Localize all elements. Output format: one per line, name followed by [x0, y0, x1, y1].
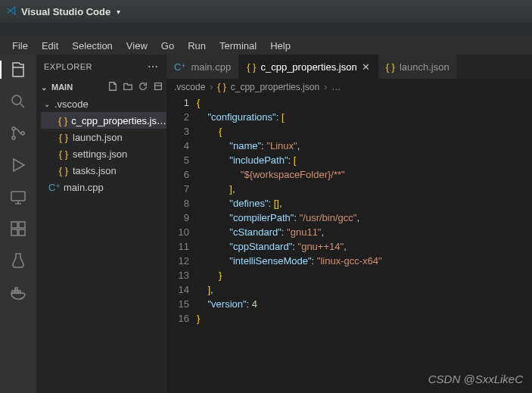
line-number: 1: [166, 95, 189, 110]
json-file-icon: { }: [58, 148, 70, 160]
new-folder-icon[interactable]: [123, 81, 133, 93]
tree-file-label: settings.json: [73, 148, 127, 160]
svg-rect-5: [11, 222, 17, 228]
chevron-right-icon: ›: [210, 82, 213, 92]
titlebar: Visual Studio Code ▾: [0, 0, 532, 23]
cpp-file-icon: C⁺: [174, 61, 186, 73]
menu-go[interactable]: Go: [155, 39, 180, 53]
run-debug-icon[interactable]: [9, 156, 27, 174]
code-line[interactable]: ],: [197, 282, 532, 297]
breadcrumb-part[interactable]: c_cpp_properties.json: [231, 82, 319, 92]
titlebar-spacer: [0, 23, 532, 36]
svg-rect-6: [19, 222, 25, 228]
tree-folder-label: .vscode: [54, 98, 89, 110]
code-line[interactable]: "defines": [],: [197, 196, 532, 211]
code-line[interactable]: {: [197, 124, 532, 139]
docker-icon[interactable]: [9, 283, 27, 301]
sidebar-section-label: MAIN: [51, 83, 73, 92]
line-number: 3: [166, 124, 189, 139]
breadcrumb[interactable]: .vscode›{ }c_cpp_properties.json›…: [166, 79, 532, 95]
menu-file[interactable]: File: [6, 39, 34, 53]
code-line[interactable]: "configurations": [: [197, 110, 532, 124]
tab-label: launch.json: [400, 61, 450, 73]
tab-label: c_cpp_properties.json: [260, 61, 356, 73]
code-line[interactable]: "cppStandard": "gnu++14",: [197, 239, 532, 254]
search-icon[interactable]: [9, 92, 27, 111]
svg-rect-12: [15, 288, 17, 290]
tab[interactable]: { }c_cpp_properties.json✕: [239, 55, 378, 79]
menu-run[interactable]: Run: [182, 39, 212, 53]
breadcrumb-part[interactable]: .vscode: [174, 82, 205, 92]
breadcrumb-more[interactable]: …: [331, 82, 341, 92]
chevron-down-icon[interactable]: ▾: [117, 8, 120, 16]
tree-file-label: tasks.json: [73, 165, 117, 176]
menu-help[interactable]: Help: [264, 39, 297, 53]
json-file-icon: { }: [58, 165, 70, 176]
extensions-icon[interactable]: [9, 220, 27, 238]
vscode-logo-icon: [6, 5, 17, 18]
activity-bar: [0, 55, 36, 393]
code-line[interactable]: ],: [197, 182, 532, 196]
tree-file[interactable]: { }launch.json: [41, 129, 166, 145]
code-line[interactable]: }: [197, 268, 532, 282]
file-tree: ⌄.vscode{ }c_cpp_properties.js…{ }launch…: [36, 95, 166, 195]
line-number: 15: [166, 297, 189, 311]
code-line[interactable]: "version": 4: [197, 297, 532, 311]
code-line[interactable]: }: [197, 311, 532, 326]
editor: C⁺main.cpp{ }c_cpp_properties.json✕{ }la…: [166, 55, 532, 393]
close-icon[interactable]: ✕: [362, 61, 370, 73]
menubar: FileEditSelectionViewGoRunTerminalHelp: [0, 36, 532, 55]
svg-rect-7: [11, 229, 17, 235]
svg-point-0: [12, 95, 21, 104]
code-line[interactable]: "name": "Linux",: [197, 139, 532, 153]
sidebar-header: EXPLORER ⋯: [36, 55, 166, 79]
json-file-icon: { }: [58, 115, 68, 126]
collapse-icon[interactable]: [153, 81, 163, 93]
sidebar-section-main[interactable]: ⌄ MAIN: [36, 79, 166, 95]
tab[interactable]: C⁺main.cpp: [166, 55, 239, 79]
line-number: 14: [166, 282, 189, 297]
line-number: 13: [166, 268, 189, 282]
tree-file[interactable]: { }settings.json: [41, 145, 166, 162]
code-line[interactable]: "includePath": [: [197, 153, 532, 167]
menu-selection[interactable]: Selection: [66, 39, 118, 53]
tree-folder-vscode[interactable]: ⌄.vscode: [41, 95, 166, 112]
scm-icon[interactable]: [9, 124, 27, 142]
more-icon[interactable]: ⋯: [148, 61, 159, 73]
svg-rect-8: [19, 229, 25, 235]
testing-icon[interactable]: [9, 251, 27, 270]
code-line[interactable]: "compilerPath": "/usr/bin/gcc",: [197, 211, 532, 225]
line-number: 11: [166, 239, 189, 254]
code-area[interactable]: 12345678910111213141516 { "configuration…: [166, 95, 532, 393]
editor-tabs: C⁺main.cpp{ }c_cpp_properties.json✕{ }la…: [166, 55, 532, 79]
line-number: 5: [166, 153, 189, 167]
new-file-icon[interactable]: [107, 81, 118, 93]
code-line[interactable]: "${workspaceFolder}/**": [197, 167, 532, 182]
line-number: 12: [166, 254, 189, 268]
tree-file[interactable]: { }tasks.json: [41, 162, 166, 179]
chevron-down-icon: ⌄: [39, 83, 48, 92]
tree-file-label: launch.json: [73, 132, 123, 143]
remote-icon[interactable]: [9, 188, 27, 206]
code-line[interactable]: "cStandard": "gnu11",: [197, 225, 532, 239]
menu-terminal[interactable]: Terminal: [213, 39, 263, 53]
line-number: 16: [166, 311, 189, 326]
tree-file[interactable]: { }c_cpp_properties.js…: [41, 112, 166, 129]
code-line[interactable]: {: [197, 95, 532, 110]
json-file-icon: { }: [247, 61, 256, 73]
explorer-icon[interactable]: [9, 61, 27, 79]
tree-file[interactable]: C⁺main.cpp: [41, 179, 166, 195]
code-lines[interactable]: { "configurations": [ { "name": "Linux",…: [197, 95, 532, 393]
refresh-icon[interactable]: [138, 81, 148, 93]
menu-view[interactable]: View: [120, 39, 154, 53]
tree-file-label: c_cpp_properties.js…: [71, 115, 166, 126]
code-line[interactable]: "intelliSenseMode": "linux-gcc-x64": [197, 254, 532, 268]
chevron-right-icon: ›: [324, 82, 327, 92]
svg-point-2: [12, 136, 15, 139]
menu-edit[interactable]: Edit: [36, 39, 64, 53]
cpp-file-icon: C⁺: [48, 182, 61, 193]
chevron-down-icon: ⌄: [42, 100, 51, 108]
tab[interactable]: { }launch.json: [378, 55, 458, 79]
sidebar-actions: [107, 81, 163, 93]
line-number: 2: [166, 110, 189, 124]
